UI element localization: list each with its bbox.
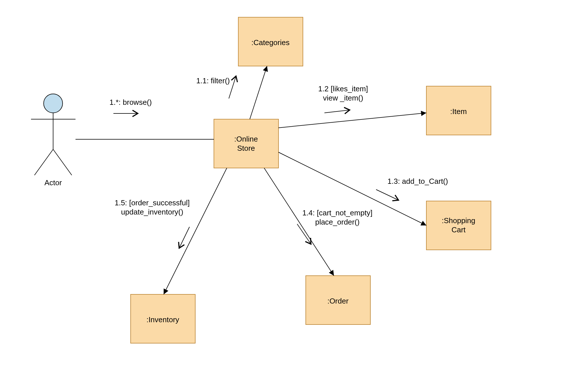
collaboration-diagram: Actor :Online Store :Categories :Item :S…	[0, 0, 588, 392]
online-store-label-2: Store	[237, 144, 255, 152]
svg-line-21	[179, 227, 189, 248]
svg-line-17	[376, 190, 399, 200]
actor-label: Actor	[45, 178, 62, 187]
edge-view-item-label-2: view _item()	[323, 94, 363, 102]
edge-view-item-label-1: 1.2 [likes_item]	[318, 84, 368, 93]
shopping-cart-label-2: Cart	[451, 225, 466, 234]
edge-filter: 1.1: filter()	[196, 66, 267, 119]
inventory-label: :Inventory	[146, 315, 179, 324]
item-node: :Item	[426, 86, 491, 135]
edge-browse: 1.*: browse()	[76, 98, 214, 139]
svg-line-2	[34, 149, 53, 175]
svg-line-3	[53, 149, 72, 175]
edge-browse-label: 1.*: browse()	[109, 98, 152, 107]
online-store-label-1: :Online	[234, 135, 258, 143]
edge-update-inventory-label-1: 1.5: [order_successful]	[115, 198, 190, 207]
svg-line-12	[250, 66, 267, 119]
order-node: :Order	[306, 276, 370, 325]
shopping-cart-label-1: :Shopping	[442, 216, 475, 225]
edge-update-inventory: 1.5: [order_successful] update_inventory…	[115, 168, 227, 294]
svg-line-20	[164, 168, 227, 294]
inventory-node: :Inventory	[131, 294, 195, 343]
edge-filter-label: 1.1: filter()	[196, 76, 230, 85]
online-store-node: :Online Store	[214, 119, 278, 168]
edge-view-item: 1.2 [likes_item] view _item()	[278, 84, 426, 128]
svg-line-15	[324, 110, 350, 113]
edge-place-order-label-2: place_order()	[315, 218, 360, 226]
edge-place-order: 1.4: [cart_not_empty] place_order()	[264, 168, 372, 276]
item-label: :Item	[450, 107, 467, 116]
shopping-cart-node: :Shopping Cart	[426, 201, 491, 250]
edge-update-inventory-label-2: update_inventory()	[121, 208, 183, 216]
svg-line-13	[229, 76, 236, 99]
edge-add-to-cart-label: 1.3: add_to_Cart()	[387, 177, 448, 186]
actor-figure: Actor	[31, 94, 76, 187]
svg-line-14	[278, 113, 426, 128]
actor-head-icon	[44, 94, 63, 113]
svg-line-19	[297, 224, 311, 244]
edge-place-order-label-1: 1.4: [cart_not_empty]	[302, 208, 372, 217]
categories-label: :Categories	[252, 38, 290, 47]
order-label: :Order	[327, 297, 349, 305]
categories-node: :Categories	[238, 17, 303, 66]
